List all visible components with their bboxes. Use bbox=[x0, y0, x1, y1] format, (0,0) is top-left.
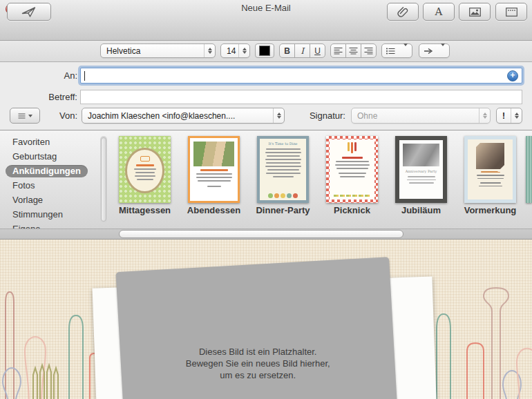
image-placeholder[interactable]: Dieses Bild ist ein Platzhalter. Bewegen… bbox=[115, 257, 399, 399]
decorative-circle bbox=[125, 148, 164, 193]
font-size-value: 14 bbox=[221, 46, 238, 56]
sidebar-item-eigene[interactable]: Eigene bbox=[6, 223, 47, 228]
template-dinner-party[interactable]: It's Time to Dine bbox=[257, 130, 309, 228]
horizontal-scrollbar-thumb[interactable] bbox=[119, 230, 403, 238]
stationery-pane-icon bbox=[506, 8, 517, 17]
bold-button[interactable]: B bbox=[279, 43, 295, 58]
thumbnail-photo bbox=[193, 142, 234, 166]
italic-button[interactable]: I bbox=[294, 43, 310, 58]
from-value: Joachim Klaeschen <info@klaeschen.... bbox=[82, 111, 273, 121]
subject-label: Betreff: bbox=[6, 92, 77, 102]
thumbnail-heading: Anniversary Party bbox=[399, 169, 443, 174]
template-mittagessen-thumbnail[interactable] bbox=[119, 136, 171, 203]
chevron-down-icon bbox=[403, 46, 408, 56]
sidebar-item-ankuendigungen[interactable]: Ankündigungen bbox=[6, 165, 88, 177]
template-dinner-party-thumbnail[interactable]: It's Time to Dine bbox=[257, 136, 309, 203]
font-size-stepper[interactable] bbox=[238, 44, 249, 57]
template-label: Mittagessen bbox=[113, 205, 176, 215]
from-popup[interactable]: Joachim Klaeschen <info@klaeschen.... bbox=[82, 108, 285, 124]
indent-popup[interactable] bbox=[419, 43, 450, 58]
align-center-icon bbox=[349, 47, 358, 55]
thumbnail-card bbox=[468, 139, 513, 200]
subject-input[interactable] bbox=[80, 90, 522, 104]
stationery-button[interactable] bbox=[495, 3, 527, 21]
fonts-button[interactable]: A bbox=[423, 3, 455, 21]
template-label: Jubiläum bbox=[390, 205, 453, 215]
align-center-button[interactable] bbox=[345, 43, 361, 58]
add-recipient-button[interactable]: + bbox=[507, 70, 518, 81]
text-style-group: B I U bbox=[279, 43, 325, 58]
template-label: Dinner-Party bbox=[251, 205, 314, 215]
send-button[interactable] bbox=[7, 3, 51, 21]
text-color-swatch bbox=[259, 46, 270, 56]
sidebar-item-geburtstag[interactable]: Geburtstag bbox=[6, 150, 64, 163]
paper-plane-icon bbox=[21, 6, 37, 18]
pencil-illustration bbox=[330, 142, 374, 153]
to-label: An: bbox=[6, 70, 77, 81]
thumbnail-photo bbox=[476, 143, 504, 169]
stationery-browser: Favoriten Geburtstag Ankündigungen Fotos… bbox=[0, 130, 532, 240]
category-list: Favoriten Geburtstag Ankündigungen Fotos… bbox=[0, 130, 111, 228]
sidebar-item-favoriten[interactable]: Favoriten bbox=[6, 136, 57, 148]
template-horizontal-scrollbar[interactable] bbox=[0, 228, 532, 239]
photo-icon bbox=[469, 8, 481, 17]
font-size-popup[interactable]: 14 bbox=[220, 43, 250, 58]
underline-button[interactable]: U bbox=[310, 43, 325, 58]
from-label: Von: bbox=[6, 110, 77, 121]
paperclip-icon bbox=[397, 6, 408, 18]
align-left-icon bbox=[334, 47, 343, 55]
sidebar-item-stimmungen[interactable]: Stimmungen bbox=[6, 208, 70, 221]
message-body-stationery[interactable]: Dieses Bild ist ein Platzhalter. Bewegen… bbox=[0, 240, 532, 399]
attach-button[interactable] bbox=[387, 3, 419, 21]
priority-icon: ! bbox=[497, 111, 511, 121]
vegetable-illustration bbox=[260, 193, 306, 198]
template-jubilaeum-thumbnail[interactable]: Anniversary Party bbox=[395, 136, 447, 203]
text-caret bbox=[84, 71, 85, 81]
message-headers: An: + Betreff: Von: Joachim Klaeschen <i… bbox=[0, 62, 532, 130]
to-input[interactable]: + bbox=[80, 68, 522, 84]
font-family-stepper[interactable] bbox=[204, 44, 215, 57]
template-picknick-thumbnail[interactable] bbox=[326, 136, 378, 203]
dashed-border bbox=[334, 195, 370, 197]
chevron-down-icon bbox=[441, 46, 445, 56]
alignment-group bbox=[330, 43, 377, 58]
template-picknick[interactable]: Picknick bbox=[326, 130, 378, 228]
sidebar-item-vorlage[interactable]: Vorlage bbox=[6, 194, 50, 206]
align-right-button[interactable] bbox=[361, 43, 377, 58]
template-abendessen[interactable]: Abendessen bbox=[188, 130, 240, 228]
priority-stepper[interactable] bbox=[511, 108, 522, 123]
sidebar-item-fotos[interactable]: Fotos bbox=[6, 179, 42, 192]
category-sidebar: Favoriten Geburtstag Ankündigungen Fotos… bbox=[0, 130, 111, 228]
signature-popup[interactable]: Ohne bbox=[351, 108, 491, 124]
template-partial-next[interactable] bbox=[526, 136, 532, 203]
template-label: Abendessen bbox=[182, 205, 245, 215]
template-mittagessen[interactable]: Mittagessen bbox=[119, 130, 171, 228]
thumbnail-heading: It's Time to Dine bbox=[260, 142, 306, 146]
font-family-popup[interactable]: Helvetica bbox=[100, 43, 216, 58]
sidebar-scrollbar[interactable] bbox=[100, 136, 107, 223]
photo-browser-button[interactable] bbox=[459, 3, 491, 21]
signature-value: Ohne bbox=[352, 111, 479, 121]
format-bar: Helvetica 14 B I U bbox=[0, 41, 532, 62]
template-vormerkung[interactable]: Vormerkung bbox=[464, 130, 516, 228]
list-icon bbox=[382, 48, 403, 55]
template-vormerkung-thumbnail[interactable] bbox=[464, 136, 516, 203]
align-left-button[interactable] bbox=[330, 43, 346, 58]
signature-stepper[interactable] bbox=[479, 108, 490, 123]
template-label: Vormerkung bbox=[459, 205, 522, 215]
font-family-value: Helvetica bbox=[101, 46, 204, 56]
sidebar-scrollbar-thumb[interactable] bbox=[101, 137, 106, 222]
text-color-button[interactable] bbox=[255, 43, 274, 58]
signature-label: Signatur: bbox=[274, 110, 345, 121]
template-abendessen-thumbnail[interactable] bbox=[188, 136, 240, 203]
template-jubilaeum[interactable]: Anniversary Party Jubiläum bbox=[395, 130, 447, 228]
priority-popup[interactable]: ! bbox=[496, 108, 522, 124]
thumbnail-card bbox=[330, 139, 374, 200]
placeholder-text: Dieses Bild ist ein Platzhalter. Bewegen… bbox=[121, 346, 395, 381]
align-right-icon bbox=[364, 47, 373, 55]
list-style-popup[interactable] bbox=[381, 43, 412, 58]
new-email-window: Neue E-Mail A bbox=[0, 0, 532, 399]
photo-mat: Anniversary Party bbox=[399, 140, 443, 199]
window-chrome: Neue E-Mail A bbox=[0, 0, 532, 41]
arrow-right-icon bbox=[419, 48, 441, 55]
